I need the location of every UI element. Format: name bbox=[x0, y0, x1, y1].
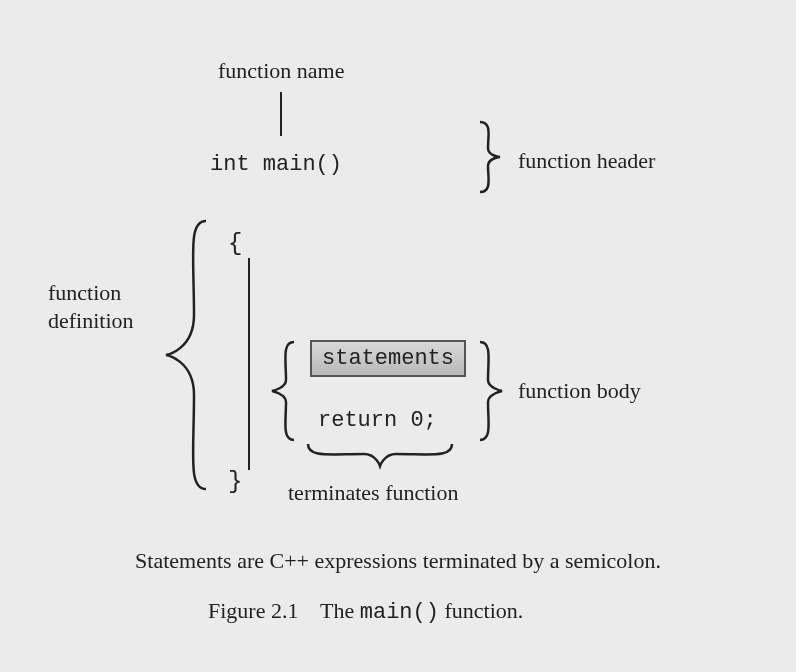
code-open-brace: { bbox=[228, 230, 242, 257]
brace-function-body-right bbox=[472, 336, 512, 446]
figure-prefix: Figure 2.1 The bbox=[208, 598, 360, 623]
label-function-definition-1: function bbox=[48, 280, 121, 306]
brace-function-header bbox=[472, 118, 512, 196]
caption-text: Statements are C++ expressions terminate… bbox=[60, 548, 736, 574]
brace-function-body-left bbox=[264, 336, 304, 446]
brace-function-definition bbox=[158, 215, 218, 495]
label-function-body: function body bbox=[518, 378, 641, 404]
pointer-function-name bbox=[280, 92, 282, 136]
label-function-name: function name bbox=[218, 58, 344, 84]
figure-code: main() bbox=[360, 600, 439, 625]
brace-terminates-function bbox=[300, 438, 460, 474]
figure-title: Figure 2.1 The main() function. bbox=[208, 598, 523, 625]
code-close-brace: } bbox=[228, 468, 242, 495]
code-return: return 0; bbox=[318, 408, 437, 433]
code-statements-box: statements bbox=[310, 340, 466, 377]
label-terminates-function: terminates function bbox=[288, 480, 458, 506]
code-int-main: int main() bbox=[210, 152, 342, 177]
pointer-body-vertical bbox=[248, 258, 250, 470]
label-function-header: function header bbox=[518, 148, 655, 174]
figure-suffix: function. bbox=[439, 598, 523, 623]
label-function-definition-2: definition bbox=[48, 308, 134, 334]
